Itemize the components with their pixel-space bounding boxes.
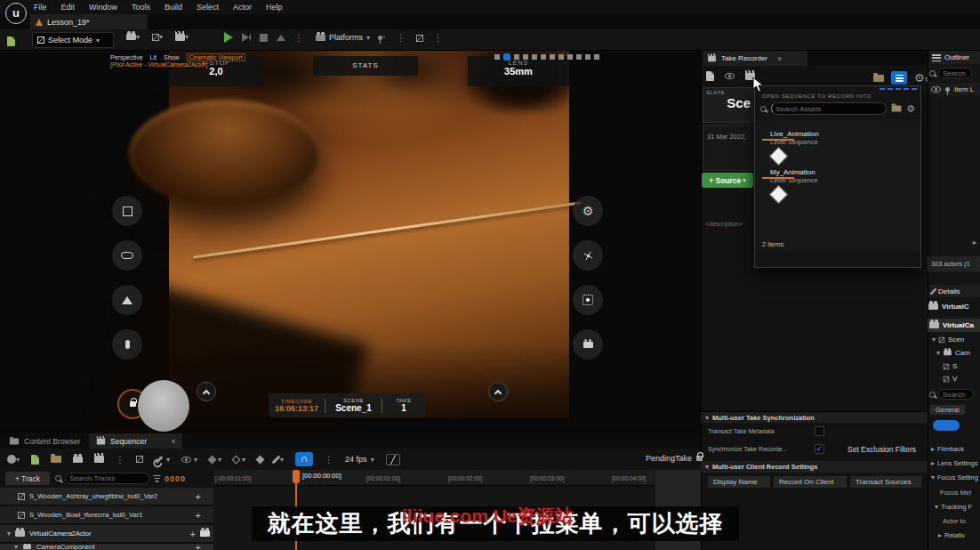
viewport-perspective-menu[interactable]: Perspective [110, 54, 143, 61]
section-relative-offset[interactable]: ▸Relativ [938, 531, 965, 539]
section-focus-settings[interactable]: ▾Focus Setting [931, 473, 978, 481]
tree-row-scene[interactable]: ▾Scen [932, 336, 964, 344]
menu-help[interactable]: Help [266, 3, 283, 12]
vcam-camera-button[interactable] [573, 329, 603, 360]
seq-view-button[interactable]: ▾ [181, 456, 197, 464]
multiuser-sync-header[interactable]: ▾Multi-user Take Synchronization [701, 411, 928, 423]
curve-editor-button[interactable] [386, 454, 400, 465]
close-icon[interactable]: × [171, 437, 175, 446]
transact-checkbox[interactable] [815, 426, 824, 436]
outliner-expand-icon[interactable]: ▸ [973, 239, 976, 247]
browse-folder-icon[interactable] [873, 75, 884, 82]
menu-build[interactable]: Build [165, 3, 182, 12]
menu-file[interactable]: File [34, 3, 47, 12]
seq-actions-button[interactable] [136, 456, 143, 463]
add-section-button[interactable]: + [196, 544, 201, 550]
seq-snap-options-icon[interactable]: ⋮ [325, 455, 333, 465]
viewport-cinematic-badge[interactable]: Cinematic Viewport [187, 53, 245, 61]
vcam-gizmo-button[interactable] [573, 240, 603, 271]
lens-hud[interactable]: LENS 35mm [468, 56, 569, 86]
vcam-mic-button[interactable] [112, 329, 142, 360]
eject-button[interactable] [277, 35, 285, 41]
expand-icon[interactable]: ▾ [7, 530, 11, 538]
viewport-show-menu[interactable]: Show [164, 54, 180, 61]
track-row[interactable]: ▾ CameraComponent + [0, 544, 213, 550]
filter-chip[interactable] [933, 420, 960, 431]
details-category-tab[interactable]: General [930, 405, 965, 415]
menu-tools[interactable]: Tools [132, 3, 150, 12]
pin-column-icon[interactable] [945, 87, 950, 92]
cinematics-button[interactable]: ▾ [175, 33, 189, 41]
seq-camera-menu[interactable]: ▾ [7, 455, 20, 464]
seq-options-icon[interactable]: ⋮ [116, 455, 125, 465]
stats-hud[interactable]: STATS [313, 56, 418, 76]
col-transact-sources[interactable]: Transact Sources [850, 476, 921, 488]
section-lens-settings[interactable]: ▸Lens Settings [931, 459, 977, 467]
ue-logo[interactable]: u [5, 3, 27, 24]
review-take-button[interactable] [725, 73, 735, 79]
visibility-column-icon[interactable] [931, 86, 941, 93]
new-take-button[interactable] [706, 71, 714, 81]
toolbar-options-icon[interactable]: ⋮ [397, 33, 406, 43]
details-actor-row[interactable]: VirtualC [928, 303, 969, 311]
lock-icon[interactable] [696, 456, 703, 461]
seq-autokey-button[interactable] [256, 455, 265, 464]
select-mode-button[interactable]: Select Mode ▾ [32, 32, 114, 48]
tree-row-camera[interactable]: ▾Cam [936, 349, 970, 357]
seq-edit-button[interactable]: ▾ [275, 455, 284, 465]
timeline-ruler[interactable]: [-00:00:01:00] [00:00:01:00] [00:00:02:0… [213, 470, 655, 486]
platforms-button[interactable]: Platforms ▾ [316, 33, 370, 42]
viewport-toolbar-icons[interactable] [494, 53, 599, 61]
close-icon[interactable]: × [777, 54, 782, 63]
add-section-button[interactable]: + [196, 491, 201, 502]
track-row[interactable]: S_Wooden_Bowl_tforecrra_lod0_Var1 + [0, 506, 213, 524]
hud-expand-left-button[interactable] [197, 382, 216, 401]
vcam-dolly-button[interactable] [112, 285, 142, 315]
pilot-camera-button[interactable] [200, 530, 210, 537]
track-row[interactable]: S_Wooden_Ashtray_uhwgfibhw_lod0_Var2 + [0, 488, 213, 506]
vcam-settings-button[interactable]: ⚙ [573, 196, 603, 226]
sequencer-tab[interactable]: Sequencer × [89, 433, 182, 449]
details-selected-row[interactable]: VirtualCa [928, 319, 980, 332]
hud-expand-right-button[interactable] [488, 382, 508, 401]
vcam-focus-button[interactable] [573, 285, 603, 315]
seq-keyframe-button[interactable]: ▾ [233, 456, 245, 464]
vcam-film-button[interactable] [112, 240, 142, 271]
details-search-input[interactable] [938, 389, 974, 400]
set-exclusion-filters-button[interactable]: Set Exclusion Filters [847, 445, 916, 454]
add-track-button[interactable]: + Track [5, 472, 50, 485]
playhead-marker[interactable] [293, 470, 300, 483]
col-display-name[interactable]: Display Name [708, 476, 770, 488]
play-button[interactable] [224, 32, 233, 43]
add-section-button[interactable]: + [196, 510, 201, 521]
item-label-column[interactable]: Item L [954, 85, 974, 93]
viewport-lit-menu[interactable]: Lit [150, 54, 157, 61]
sync-checkbox[interactable]: ✓ [815, 444, 824, 454]
track-row[interactable]: ▾ VirtualCamera2Actor + [0, 525, 213, 543]
frame-counter[interactable]: 0000 [165, 474, 186, 483]
fps-dropdown[interactable]: 24 fps▾ [345, 455, 374, 464]
dropdown-settings-icon[interactable]: ⚙ [906, 104, 915, 114]
stop-button[interactable] [260, 34, 268, 42]
filter-icon[interactable] [153, 475, 161, 482]
section-tracking-focus[interactable]: ▾Tracking F [935, 503, 972, 511]
outliner-search-input[interactable] [938, 68, 972, 78]
frame-skip-button[interactable] [242, 33, 251, 42]
seq-render-button[interactable] [94, 456, 104, 463]
blueprints-button[interactable]: ▾ [152, 33, 163, 41]
seq-wrench-button[interactable]: ▾ [155, 456, 170, 464]
multiuser-button[interactable]: ⁺ [378, 35, 386, 42]
section-filmback[interactable]: ▸Filmback [931, 445, 964, 453]
take-recorder-tab[interactable]: Take Recorder × [703, 51, 807, 66]
add-actor-button[interactable]: ▾ [126, 33, 140, 41]
tree-row-scenecapture[interactable]: S [943, 362, 957, 370]
add-source-button[interactable]: + Source ▾ [702, 173, 753, 188]
seq-snap-button[interactable]: ∩ [295, 452, 313, 466]
menu-window[interactable]: Window [89, 3, 117, 12]
settings-shortcut-icon[interactable] [416, 35, 423, 42]
level-tab[interactable]: Lesson_19* [30, 14, 148, 29]
multiuser-record-header[interactable]: ▾Multi-user Client Record Settings [701, 461, 928, 473]
menu-actor[interactable]: Actor [233, 3, 252, 12]
add-section-button[interactable]: + [190, 529, 196, 539]
content-browser-tab[interactable]: Content Browser [2, 433, 87, 449]
